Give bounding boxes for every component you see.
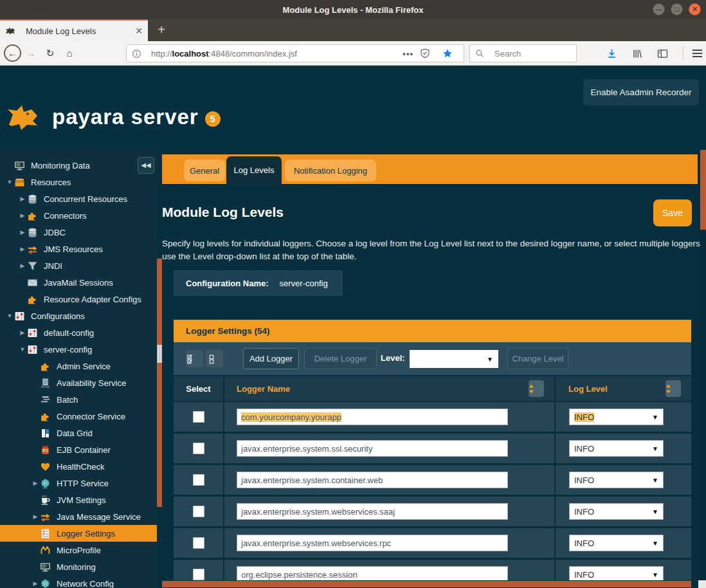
tree-collapsed-icon[interactable]: ▶: [31, 513, 40, 520]
page-actions-icon[interactable]: •••: [403, 49, 413, 59]
select-all-button[interactable]: [186, 350, 203, 367]
log-level-cell: INFO▼: [556, 528, 691, 558]
sidebar-item-jvm-settings[interactable]: JVM Settings: [0, 492, 157, 508]
sidebar-item-microprofile[interactable]: MicroProfile: [0, 542, 157, 558]
sidebar-item-data-grid[interactable]: Data Grid: [0, 425, 157, 441]
sidebar-item-server-config[interactable]: ▼server-config: [0, 341, 157, 358]
sidebar-item-connector-service[interactable]: Connector Service: [0, 408, 157, 425]
delete-logger-button[interactable]: Delete Logger: [304, 348, 377, 369]
add-logger-button[interactable]: Add Logger: [243, 348, 299, 369]
close-button[interactable]: ✕: [689, 3, 701, 15]
sidebar-item-concurrent-resources[interactable]: ▶Concurrent Resources: [0, 190, 157, 207]
sidebar-item-jdbc[interactable]: ▶JDBC: [0, 224, 157, 241]
home-button[interactable]: ⌂: [60, 48, 79, 59]
tree-collapsed-icon[interactable]: ▶: [31, 580, 40, 587]
row-checkbox[interactable]: [193, 411, 204, 423]
sidebar-item-jms-resources[interactable]: ▶JMS Resources: [0, 241, 157, 257]
bookmark-star-icon[interactable]: [442, 48, 453, 59]
logger-name-value: javax.enterprise.system.webservices.rpc: [241, 538, 391, 548]
tree-collapsed-icon[interactable]: ▶: [18, 262, 27, 269]
browser-tab[interactable]: Module Log Levels ✕: [0, 19, 148, 41]
sidebar-item-monitoring-data[interactable]: Monitoring Data: [0, 157, 157, 174]
row-checkbox[interactable]: [193, 569, 204, 580]
tree-expanded-icon[interactable]: ▼: [18, 346, 27, 353]
sidebar-item-logger-settings[interactable]: Logger Settings: [0, 525, 157, 542]
tree-collapsed-icon[interactable]: ▶: [18, 329, 27, 336]
sidebar-item-network-config[interactable]: ▶Network Config: [0, 575, 157, 588]
enable-asadmin-recorder-button[interactable]: Enable Asadmin Recorder: [583, 79, 699, 106]
forward-button[interactable]: →: [21, 48, 41, 59]
sidebar-item-healthcheck[interactable]: HealthCheck: [0, 458, 157, 475]
logger-name-value: org.eclipse.persistence.session: [241, 570, 358, 580]
back-button[interactable]: ←: [4, 44, 21, 62]
menu-icon[interactable]: [692, 50, 702, 57]
sidebar-item-monitoring[interactable]: Monitoring: [0, 558, 157, 575]
change-level-button[interactable]: Change Level: [507, 348, 568, 369]
tree-collapsed-icon[interactable]: ▶: [18, 229, 27, 235]
sidebar-item-resources[interactable]: ▼Resources: [0, 174, 157, 190]
horizontal-scrollbar-thumb[interactable]: [162, 581, 691, 587]
logger-name-input[interactable]: javax.enterprise.system.webservices.saaj: [237, 503, 508, 520]
tree-collapsed-icon[interactable]: ▶: [18, 196, 27, 202]
log-level-dropdown[interactable]: INFO▼: [569, 503, 664, 520]
shield-icon[interactable]: [420, 48, 430, 59]
deselect-all-button[interactable]: [206, 350, 223, 367]
log-level-dropdown[interactable]: INFO▼: [569, 472, 664, 488]
sort-icon: [528, 383, 539, 394]
sidebar-item-batch[interactable]: Batch: [0, 391, 157, 408]
sidebar-item-jndi[interactable]: ▶JNDI: [0, 257, 157, 274]
row-checkbox[interactable]: [193, 537, 204, 549]
maximize-button[interactable]: □: [671, 3, 683, 15]
info-icon[interactable]: [132, 49, 141, 59]
grid-icon: [40, 428, 51, 439]
sidebar-item-label: Network Config: [57, 579, 114, 588]
splitter-grip[interactable]: [157, 345, 162, 363]
tree-collapsed-icon[interactable]: ▶: [18, 246, 27, 252]
sort-logger-name-button[interactable]: [529, 380, 544, 397]
log-level-dropdown[interactable]: INFO▼: [569, 409, 664, 425]
tree-expanded-icon[interactable]: ▼: [5, 313, 14, 319]
tree-expanded-icon[interactable]: ▼: [5, 179, 14, 185]
logger-name-input[interactable]: javax.enterprise.system.ssl.security: [237, 440, 508, 457]
sidebar-item-connectors[interactable]: ▶Connectors: [0, 207, 157, 224]
tab-close-icon[interactable]: ✕: [135, 26, 143, 36]
tree-collapsed-icon[interactable]: ▶: [18, 212, 27, 219]
sidebar-item-resource-adapter-configs[interactable]: Resource Adapter Configs: [0, 291, 157, 308]
logger-name-input[interactable]: com.yourcompany.yourapp: [237, 409, 508, 425]
logger-name-input[interactable]: javax.enterprise.system.webservices.rpc: [237, 535, 508, 551]
library-icon[interactable]: [632, 48, 642, 59]
sidebar-toggle-icon[interactable]: [657, 48, 668, 59]
reload-button[interactable]: ↻: [41, 48, 60, 59]
horizontal-scrollbar: [162, 580, 700, 588]
sidebar-item-configurations[interactable]: ▼Configurations: [0, 308, 157, 324]
log-level-dropdown[interactable]: INFO▼: [569, 535, 664, 551]
minimize-button[interactable]: —: [653, 3, 665, 15]
sidebar-item-java-message-service[interactable]: ▶Java Message Service: [0, 508, 157, 525]
row-checkbox[interactable]: [193, 474, 204, 486]
tab-general[interactable]: General: [184, 160, 225, 181]
sidebar-item-javamail-sessions[interactable]: JavaMail Sessions: [0, 274, 157, 291]
search-bar[interactable]: Search: [469, 44, 577, 62]
sidebar-item-http-service[interactable]: ▶HTTP Service: [0, 475, 157, 492]
url-bar[interactable]: http://localhost:4848/common/index.jsf •…: [126, 44, 464, 62]
tree-collapsed-icon[interactable]: ▶: [31, 480, 40, 486]
logger-name-cell: com.yourcompany.yourapp: [224, 402, 554, 432]
tree-collapse-button[interactable]: ◀◀: [138, 157, 154, 174]
vertical-scrollbar-thumb[interactable]: [700, 150, 706, 230]
save-button[interactable]: Save: [653, 199, 692, 226]
log-level-dropdown[interactable]: INFO▼: [569, 440, 664, 457]
level-dropdown[interactable]: ▼: [410, 350, 498, 368]
row-checkbox[interactable]: [193, 443, 204, 454]
download-icon[interactable]: [606, 48, 617, 59]
tree-scrollbar-thumb[interactable]: [157, 259, 162, 507]
sidebar-item-availability-service[interactable]: Availability Service: [0, 374, 157, 391]
new-tab-button[interactable]: +: [153, 22, 170, 39]
sidebar-item-default-config[interactable]: ▶default-config: [0, 324, 157, 341]
row-checkbox[interactable]: [193, 506, 204, 517]
tab-notification-logging[interactable]: Notification Logging: [285, 160, 376, 181]
sidebar-item-ejb-container[interactable]: JAREJB Container: [0, 441, 157, 458]
logger-name-input[interactable]: javax.enterprise.system.container.web: [237, 472, 508, 488]
sidebar-item-admin-service[interactable]: Admin Service: [0, 358, 157, 374]
tab-log-levels[interactable]: Log Levels: [226, 156, 282, 184]
sort-log-level-button[interactable]: [665, 380, 681, 397]
